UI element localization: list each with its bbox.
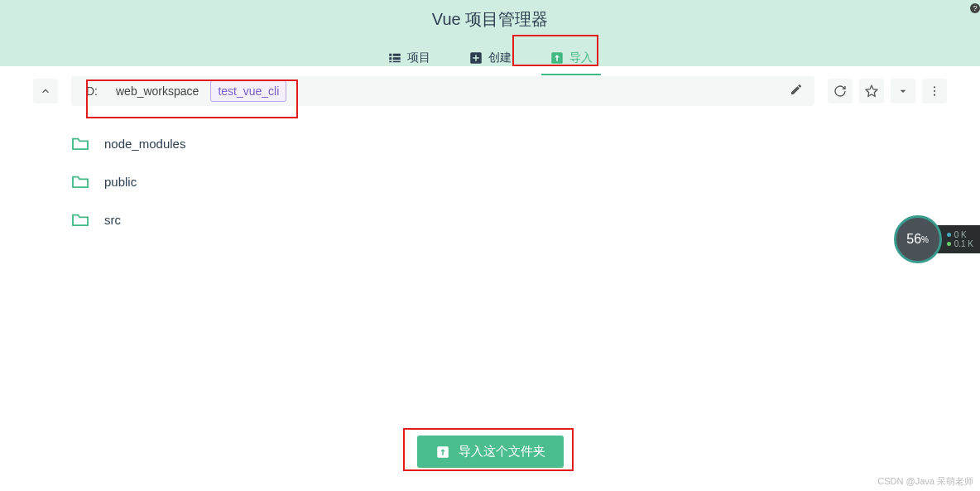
- performance-widget: 56% 0 K 0.1 K: [894, 215, 980, 263]
- folder-name: node_modules: [104, 137, 185, 151]
- folder-icon: [71, 136, 89, 151]
- import-box-icon: [435, 445, 450, 460]
- import-folder-button[interactable]: 导入这个文件夹: [417, 436, 564, 468]
- svg-rect-4: [389, 61, 392, 63]
- list-item[interactable]: node_modules: [71, 124, 909, 162]
- tab-label: 项目: [407, 51, 430, 65]
- svg-point-10: [934, 86, 935, 88]
- list-item[interactable]: src: [71, 200, 909, 238]
- perf-up: 0 K: [954, 230, 967, 239]
- favorites-dropdown-button[interactable]: [891, 79, 915, 103]
- folder-icon: [71, 174, 89, 189]
- tab-label: 创建: [488, 51, 512, 65]
- tab-import[interactable]: 导入: [543, 46, 599, 74]
- refresh-button[interactable]: [828, 79, 853, 103]
- import-box-icon: [550, 51, 564, 65]
- folder-icon: [71, 212, 89, 227]
- tab-create[interactable]: 创建: [462, 46, 518, 74]
- svg-rect-0: [389, 54, 392, 56]
- path-row: D: web_workspace test_vue_cli: [0, 66, 980, 116]
- list-icon: [387, 51, 402, 65]
- watermark: CSDN @Java 呆萌老师: [877, 475, 973, 488]
- folder-list: node_modules public src: [0, 116, 980, 247]
- path-segment[interactable]: web_workspace: [109, 81, 205, 101]
- svg-rect-3: [393, 57, 401, 60]
- list-item[interactable]: public: [71, 162, 909, 200]
- app-header: Vue 项目管理器 项目 创建 导入 ?: [0, 0, 980, 66]
- import-button-label: 导入这个文件夹: [459, 444, 545, 460]
- svg-rect-8: [473, 57, 479, 59]
- svg-rect-1: [393, 54, 401, 56]
- tab-label: 导入: [569, 51, 593, 65]
- tabs: 项目 创建 导入: [0, 46, 980, 74]
- plus-box-icon: [468, 51, 483, 65]
- perf-value: 56: [906, 232, 921, 247]
- app-title: Vue 项目管理器: [0, 0, 980, 31]
- path-bar: D: web_workspace test_vue_cli: [71, 76, 814, 106]
- parent-folder-button[interactable]: [33, 79, 58, 103]
- favorite-button[interactable]: [859, 79, 884, 103]
- path-segment-active[interactable]: test_vue_cli: [210, 80, 286, 102]
- path-segment[interactable]: D:: [79, 81, 104, 101]
- edit-path-icon[interactable]: [786, 79, 806, 103]
- svg-point-12: [934, 94, 935, 96]
- folder-name: public: [104, 175, 137, 189]
- perf-unit: %: [921, 235, 929, 244]
- tab-active-underline: [541, 74, 601, 75]
- svg-point-11: [934, 90, 935, 92]
- svg-rect-2: [389, 57, 392, 60]
- svg-rect-5: [393, 61, 401, 63]
- more-button[interactable]: [922, 79, 947, 103]
- help-icon[interactable]: ?: [970, 3, 980, 13]
- perf-down: 0.1 K: [954, 239, 973, 248]
- tab-projects[interactable]: 项目: [381, 46, 437, 74]
- perf-circle: 56%: [894, 215, 942, 263]
- footer: 导入这个文件夹: [0, 436, 980, 468]
- folder-name: src: [104, 213, 121, 227]
